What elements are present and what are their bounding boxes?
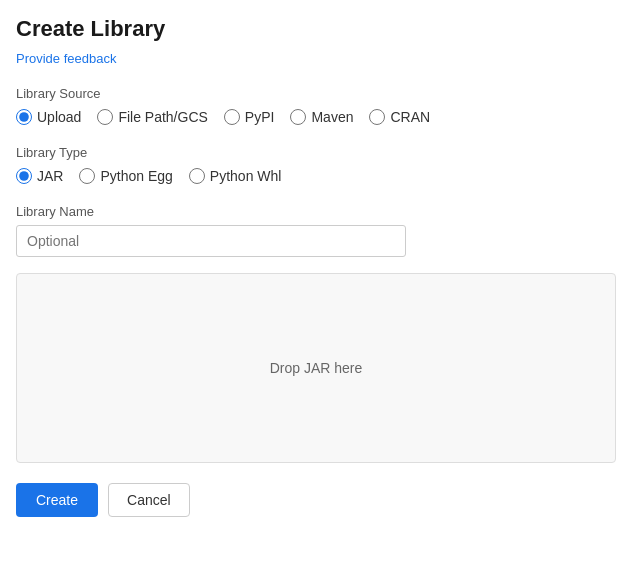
radio-python-egg[interactable] <box>79 168 95 184</box>
button-row: Create Cancel <box>16 483 603 517</box>
radio-item-cran[interactable]: CRAN <box>369 109 430 125</box>
radio-upload[interactable] <box>16 109 32 125</box>
radio-item-jar[interactable]: JAR <box>16 168 63 184</box>
radio-maven[interactable] <box>290 109 306 125</box>
radio-python-whl-label[interactable]: Python Whl <box>210 168 282 184</box>
radio-cran[interactable] <box>369 109 385 125</box>
radio-python-whl[interactable] <box>189 168 205 184</box>
radio-item-pypi[interactable]: PyPI <box>224 109 275 125</box>
radio-item-python-whl[interactable]: Python Whl <box>189 168 282 184</box>
create-button[interactable]: Create <box>16 483 98 517</box>
radio-maven-label[interactable]: Maven <box>311 109 353 125</box>
radio-item-filepath[interactable]: File Path/GCS <box>97 109 207 125</box>
library-source-label: Library Source <box>16 86 603 101</box>
radio-item-python-egg[interactable]: Python Egg <box>79 168 172 184</box>
drop-zone[interactable]: Drop JAR here <box>16 273 616 463</box>
library-type-label: Library Type <box>16 145 603 160</box>
radio-jar[interactable] <box>16 168 32 184</box>
radio-cran-label[interactable]: CRAN <box>390 109 430 125</box>
radio-filepath[interactable] <box>97 109 113 125</box>
radio-pypi[interactable] <box>224 109 240 125</box>
library-name-section: Library Name <box>16 204 603 257</box>
radio-jar-label[interactable]: JAR <box>37 168 63 184</box>
page-container: Create Library Provide feedback Library … <box>0 0 619 564</box>
library-name-input[interactable] <box>16 225 406 257</box>
radio-python-egg-label[interactable]: Python Egg <box>100 168 172 184</box>
library-type-section: Library Type JAR Python Egg Python Whl <box>16 145 603 184</box>
library-type-group: JAR Python Egg Python Whl <box>16 168 603 184</box>
feedback-link[interactable]: Provide feedback <box>16 51 116 66</box>
radio-upload-label[interactable]: Upload <box>37 109 81 125</box>
page-title: Create Library <box>16 16 603 42</box>
radio-filepath-label[interactable]: File Path/GCS <box>118 109 207 125</box>
radio-item-maven[interactable]: Maven <box>290 109 353 125</box>
library-source-group: Upload File Path/GCS PyPI Maven CRAN <box>16 109 603 125</box>
library-source-section: Library Source Upload File Path/GCS PyPI… <box>16 86 603 125</box>
radio-item-upload[interactable]: Upload <box>16 109 81 125</box>
library-name-label: Library Name <box>16 204 603 219</box>
radio-pypi-label[interactable]: PyPI <box>245 109 275 125</box>
cancel-button[interactable]: Cancel <box>108 483 190 517</box>
drop-zone-text: Drop JAR here <box>270 360 363 376</box>
